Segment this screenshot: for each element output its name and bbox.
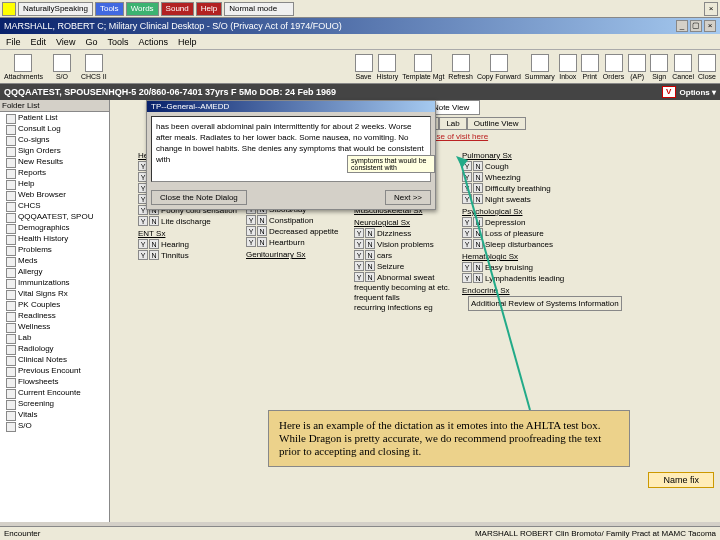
sx-item: Lite discharge [161, 217, 211, 226]
tree-item[interactable]: QQQAATEST, SPOU [0, 211, 109, 222]
dragon-sound[interactable]: Sound [161, 2, 194, 16]
window-title: MARSHALL, ROBERT C; Military Clinical De… [4, 21, 342, 31]
sx-item: Dizziness [377, 229, 411, 238]
tree-item[interactable]: Consult Log [0, 123, 109, 134]
tool-label: Print [583, 73, 597, 80]
tool-label: History [377, 73, 399, 80]
menu-tools[interactable]: Tools [107, 37, 128, 47]
close-toolbar-icon[interactable] [698, 54, 716, 72]
attachments-icon[interactable] [14, 54, 32, 72]
toolbar: Attachments S/O CHCS II Save History Tem… [0, 50, 720, 84]
status-left: Encounter [4, 529, 40, 538]
options-menu[interactable]: Options ▾ [680, 88, 716, 97]
cancel-icon[interactable] [674, 54, 692, 72]
chcs-icon[interactable] [85, 54, 103, 72]
menubar: File Edit View Go Tools Actions Help [0, 34, 720, 50]
sign-icon[interactable] [650, 54, 668, 72]
sx-item: Heartburn [269, 238, 305, 247]
copyfwd-icon[interactable] [490, 54, 508, 72]
tree-item[interactable]: Lab [0, 332, 109, 343]
tree-item[interactable]: Reports [0, 167, 109, 178]
tree-item[interactable]: Sign Orders [0, 145, 109, 156]
tool-label: (AP) [630, 73, 644, 80]
tool-label: S/O [56, 73, 68, 80]
patient-bar: QQQAATEST, SPOUSENHQH-5 20/860-06-7401 3… [0, 84, 720, 100]
inbox-icon[interactable] [559, 54, 577, 72]
tree-item[interactable]: Wellness [0, 321, 109, 332]
tool-label: Template Mgt [402, 73, 444, 80]
tree-item[interactable]: Health History [0, 233, 109, 244]
summary-icon[interactable] [531, 54, 549, 72]
menu-view[interactable]: View [56, 37, 75, 47]
tree-item[interactable]: Web Browser [0, 189, 109, 200]
refresh-icon[interactable] [452, 54, 470, 72]
tool-label: Save [356, 73, 372, 80]
so-icon[interactable] [53, 54, 71, 72]
dragon-help[interactable]: Help [196, 2, 222, 16]
tree-item[interactable]: Flowsheets [0, 376, 109, 387]
sx-item: recurring infections eg [354, 303, 433, 312]
note-dialog: TP--General--AMEDD has been overall abdo… [146, 100, 436, 210]
orders-icon[interactable] [605, 54, 623, 72]
folder-sidebar: Folder List Patient List Consult Log Co-… [0, 100, 110, 522]
print-icon[interactable] [581, 54, 599, 72]
window-titlebar: MARSHALL, ROBERT C; Military Clinical De… [0, 18, 720, 34]
tree-item[interactable]: Screening [0, 398, 109, 409]
tree-item[interactable]: Clinical Notes [0, 354, 109, 365]
v-badge[interactable]: V [662, 86, 676, 98]
next-button[interactable]: Next >> [385, 190, 431, 205]
dragon-close-icon[interactable]: × [704, 2, 718, 16]
tree-item[interactable]: Help [0, 178, 109, 189]
dragon-mode: Normal mode [224, 2, 294, 16]
tool-label: Inbox [559, 73, 576, 80]
tree-item[interactable]: Allergy [0, 266, 109, 277]
tool-label: Sign [652, 73, 666, 80]
dragon-words[interactable]: Words [126, 2, 159, 16]
menu-edit[interactable]: Edit [31, 37, 47, 47]
template-icon[interactable] [414, 54, 432, 72]
menu-actions[interactable]: Actions [138, 37, 168, 47]
close-icon[interactable]: × [704, 20, 716, 32]
tool-label: Refresh [448, 73, 473, 80]
menu-go[interactable]: Go [85, 37, 97, 47]
close-note-button[interactable]: Close the Note Dialog [151, 190, 247, 205]
tree-item[interactable]: Readiness [0, 310, 109, 321]
name-fix-button[interactable]: Name fix [648, 472, 714, 488]
tool-label: Close [698, 73, 716, 80]
hdr-gu: Genitourinary Sx [246, 248, 346, 259]
sx-item: Constipation [269, 216, 313, 225]
tree-item[interactable]: Immunizations [0, 277, 109, 288]
tree-item[interactable]: Current Encounte [0, 387, 109, 398]
tree-item[interactable]: PK Couples [0, 299, 109, 310]
tree-item[interactable]: Patient List [0, 112, 109, 123]
tree-item[interactable]: Problems [0, 244, 109, 255]
sx-item: Vision problems [377, 240, 434, 249]
tree-item[interactable]: Vital Signs Rx [0, 288, 109, 299]
tree-item[interactable]: CHCS [0, 200, 109, 211]
subtab-lab[interactable]: Lab [439, 117, 466, 130]
tree-item[interactable]: S/O [0, 420, 109, 431]
tree-item[interactable]: Radiology [0, 343, 109, 354]
dragon-menu[interactable]: NaturallySpeaking [18, 2, 93, 16]
tree-item[interactable]: Demographics [0, 222, 109, 233]
tree-item[interactable]: Meds [0, 255, 109, 266]
sx-item: cars [377, 251, 392, 260]
tool-label: CHCS II [81, 73, 107, 80]
menu-help[interactable]: Help [178, 37, 197, 47]
tree-item[interactable]: New Results [0, 156, 109, 167]
maximize-icon[interactable]: ▢ [690, 20, 702, 32]
ap-icon[interactable] [628, 54, 646, 72]
subtab-outline[interactable]: Outline View [467, 117, 526, 130]
tree-item[interactable]: Previous Encount [0, 365, 109, 376]
dialog-title: TP--General--AMEDD [147, 101, 435, 112]
tree-item[interactable]: Vitals [0, 409, 109, 420]
history-icon[interactable] [378, 54, 396, 72]
save-icon[interactable] [355, 54, 373, 72]
status-right: MARSHALL ROBERT Clin Bromoto/ Family Pra… [475, 529, 716, 538]
dragon-tools[interactable]: Tools [95, 2, 124, 16]
tree-item[interactable]: Co-signs [0, 134, 109, 145]
minimize-icon[interactable]: _ [676, 20, 688, 32]
mic-indicator[interactable] [2, 2, 16, 16]
menu-file[interactable]: File [6, 37, 21, 47]
svg-marker-1 [456, 156, 468, 168]
